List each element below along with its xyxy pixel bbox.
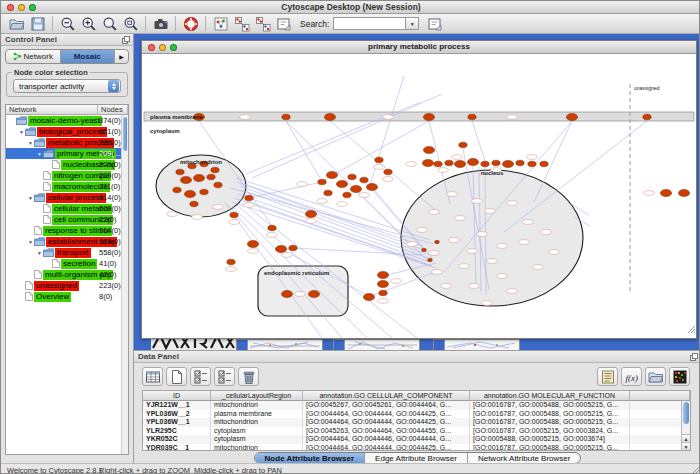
graph-node[interactable] [308, 290, 319, 297]
table-row[interactable]: YDR039C__1mitochondrion[GO:0044464, GO:0… [143, 444, 690, 452]
graph-node[interactable] [492, 160, 500, 166]
search-input[interactable] [333, 17, 405, 30]
graph-node[interactable] [281, 290, 292, 297]
delete-attribute-icon[interactable] [238, 367, 259, 386]
graph-node[interactable] [428, 258, 433, 261]
table-column-header[interactable]: annotation.GO CELLULAR_COMPONENT [303, 391, 470, 400]
graph-node[interactable] [211, 167, 219, 173]
graph-node[interactable] [214, 182, 222, 188]
network-overview-icon[interactable] [210, 15, 231, 33]
tree-scrollbar[interactable] [121, 115, 128, 454]
tab-network[interactable]: Network [6, 50, 61, 63]
tree-row[interactable]: cell communicat22(0) [6, 214, 128, 225]
graph-node[interactable] [343, 192, 351, 198]
graph-node[interactable] [375, 157, 383, 163]
graph-node[interactable] [350, 185, 361, 192]
tree-column-nodes[interactable]: Nodes [98, 105, 128, 114]
graph-node[interactable] [326, 171, 337, 178]
graph-node[interactable] [348, 174, 356, 180]
graph-node[interactable] [434, 161, 442, 167]
table-row[interactable]: YLR295Ccytoplasm[GO:0045263, GO:0044464,… [143, 427, 690, 436]
resize-grip-icon[interactable] [691, 466, 700, 474]
import-attributes-icon[interactable] [645, 367, 666, 386]
graph-node[interactable] [193, 174, 204, 181]
graph-node[interactable] [336, 180, 347, 187]
tree-row[interactable]: Overview8(0) [6, 291, 128, 302]
graph-node[interactable] [173, 187, 181, 193]
graph-node[interactable] [227, 259, 235, 265]
graph-node[interactable] [435, 240, 440, 243]
table-column-header[interactable]: _cellularLayoutRegion [211, 391, 303, 400]
graph-node[interactable] [566, 113, 577, 120]
graph-node[interactable] [502, 160, 513, 167]
graph-node[interactable] [176, 169, 184, 175]
node-color-dropdown[interactable]: transporter activity [13, 79, 121, 93]
table-row[interactable]: YPL036W__2plasma membrane[GO:0044464, GO… [143, 410, 690, 419]
attribute-list-icon[interactable] [597, 367, 618, 386]
graph-node[interactable] [445, 160, 453, 166]
graph-node[interactable] [459, 142, 467, 148]
graph-node[interactable] [379, 290, 387, 296]
network-view-window[interactable]: primary metabolic process plasma membran… [141, 40, 697, 339]
tree-row[interactable]: ▼cellular process614(0) [6, 192, 128, 203]
graph-node[interactable] [200, 189, 208, 195]
disclosure-triangle-icon[interactable]: ▼ [27, 239, 34, 245]
scroll-down-icon[interactable]: ▼ [682, 442, 690, 450]
tree-row[interactable]: multi-organism pro42(0) [6, 269, 128, 280]
float-panel-icon[interactable] [690, 353, 698, 361]
zoom-in-icon[interactable] [78, 15, 99, 33]
graph-node[interactable] [324, 190, 332, 196]
graph-node[interactable] [207, 174, 215, 180]
minimized-window-thumbnail[interactable] [236, 339, 323, 350]
zoom-selected-icon[interactable] [99, 15, 120, 33]
graph-node[interactable] [275, 245, 286, 252]
graph-node[interactable] [384, 169, 392, 175]
graph-node[interactable] [230, 212, 238, 218]
network-window-titlebar[interactable]: primary metabolic process [142, 41, 696, 54]
table-scrollbar[interactable]: ▲ ▼ [681, 401, 690, 450]
graph-node[interactable] [678, 189, 689, 196]
annotation-icon[interactable] [273, 15, 294, 33]
graph-node[interactable] [282, 114, 290, 120]
disclosure-triangle-icon[interactable]: ▼ [27, 140, 34, 146]
resize-grip-icon[interactable] [687, 320, 696, 338]
layout-attribute-icon[interactable] [252, 15, 273, 33]
graph-node[interactable] [305, 210, 316, 217]
graph-node[interactable] [363, 293, 374, 300]
graph-node[interactable] [528, 161, 536, 167]
graph-node[interactable] [377, 271, 388, 278]
graph-node[interactable] [468, 114, 476, 120]
tab-overflow-arrow[interactable]: ▶ [115, 50, 128, 63]
graph-node[interactable] [245, 195, 253, 201]
tab-network-attribute-browser[interactable]: Network Attribute Browser [468, 453, 580, 463]
graph-node[interactable] [247, 240, 258, 247]
layout-partition-icon[interactable] [231, 15, 252, 33]
graph-node[interactable] [190, 201, 198, 207]
tree-column-network[interactable]: Network [6, 105, 98, 114]
disclosure-triangle-icon[interactable]: ▼ [36, 250, 43, 256]
tree-row[interactable]: nucleobase-co209(0) [6, 159, 128, 170]
network-canvas[interactable]: plasma membranecytoplasmmitochondrionnuc… [142, 54, 696, 338]
tree-row[interactable]: ▼primary metabol209(... [6, 148, 128, 159]
graph-node[interactable] [360, 177, 368, 183]
disclosure-triangle-icon[interactable]: ▼ [27, 195, 34, 201]
table-row[interactable]: YKR052Ccytoplasm[GO:0044464, GO:0044446,… [143, 435, 690, 444]
table-column-header[interactable]: annotation.GO MOLECULAR_FUNCTION [470, 391, 630, 400]
new-attribute-icon[interactable] [166, 367, 187, 386]
save-icon[interactable] [27, 15, 48, 33]
help-lifebuoy-icon[interactable] [180, 15, 201, 33]
snapshot-camera-icon[interactable] [150, 15, 171, 33]
graph-node[interactable] [643, 114, 651, 120]
tree-row[interactable]: ▼metabolic process280(0) [6, 137, 128, 148]
graph-node[interactable] [540, 161, 548, 167]
select-attributes-icon[interactable] [190, 367, 211, 386]
graph-node[interactable] [268, 225, 276, 231]
graph-node[interactable] [660, 189, 671, 196]
graph-node[interactable] [423, 113, 434, 120]
tree-row[interactable]: unassigned223(0) [6, 280, 128, 291]
scroll-up-icon[interactable]: ▲ [682, 434, 690, 442]
tree-row[interactable]: nitrogen compo209(0) [6, 170, 128, 181]
tree-row[interactable]: secretion41(0) [6, 258, 128, 269]
zoom-fit-icon[interactable] [120, 15, 141, 33]
tab-edge-attribute-browser[interactable]: Edge Attribute Browser [365, 453, 468, 463]
